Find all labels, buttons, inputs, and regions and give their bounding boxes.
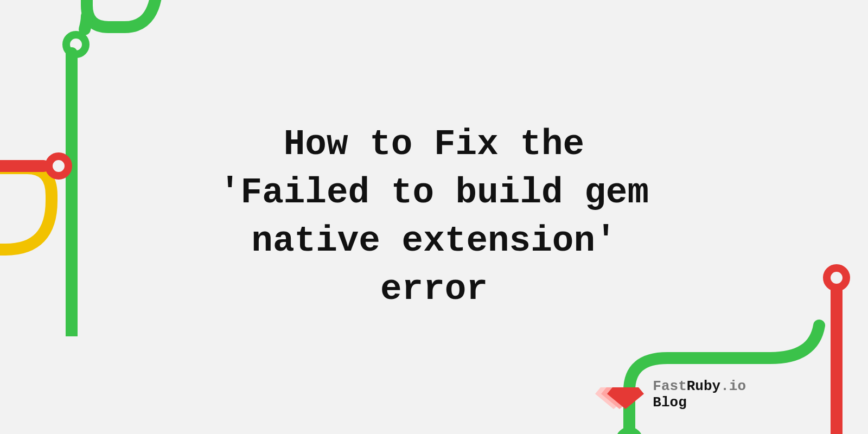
svg-marker-6 (607, 387, 644, 409)
brand-word-ruby: Ruby (687, 379, 720, 395)
brand-logo: FastRuby.io Blog (606, 379, 746, 411)
brand-subtitle: Blog (653, 395, 746, 411)
brand-name: FastRuby.io (653, 379, 746, 395)
brand-text: FastRuby.io Blog (653, 379, 746, 411)
title-container: How to Fix the 'Failed to build gem nati… (0, 0, 868, 434)
brand-word-io: .io (720, 379, 746, 395)
page-title: How to Fix the 'Failed to build gem nati… (219, 120, 649, 314)
ruby-gem-icon (606, 380, 645, 410)
brand-word-fast: Fast (653, 379, 686, 395)
